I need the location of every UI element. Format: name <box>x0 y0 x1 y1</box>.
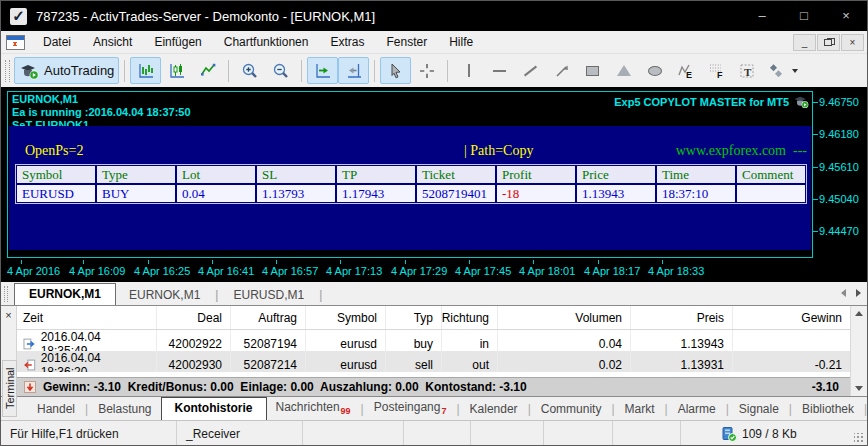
tabbar-grip[interactable] <box>4 286 8 302</box>
history-header-row[interactable]: Zeit Deal Auftrag Symbol Typ Richtung Vo… <box>17 306 850 330</box>
fibonacci-button[interactable]: F <box>701 57 732 84</box>
menu-einfuegen[interactable]: Einfügen <box>143 32 212 52</box>
tab-separator: | <box>317 285 324 305</box>
maximize-button[interactable]: □ <box>783 1 825 31</box>
mdi-close-button[interactable]: × <box>841 34 864 51</box>
tab-markt[interactable]: Markt <box>616 399 664 420</box>
auto-scroll-button[interactable] <box>307 57 338 84</box>
arrow-symbols-button[interactable] <box>763 57 803 84</box>
trendline-button[interactable] <box>515 57 546 84</box>
tab-handel[interactable]: Handel <box>28 399 84 420</box>
tab-bibliothek[interactable]: Bibliothek <box>793 399 863 420</box>
terminal-close-button[interactable]: × <box>5 309 11 321</box>
tab-separator: | <box>213 285 220 305</box>
col-richtung: Richtung <box>442 306 498 329</box>
col-price: Price <box>577 166 655 183</box>
dropdown-caret-icon[interactable] <box>792 69 798 73</box>
bar-chart-button[interactable] <box>130 57 161 84</box>
vertical-line-button[interactable] <box>453 57 484 84</box>
text-tool-button[interactable]: T <box>732 57 763 84</box>
tab-community[interactable]: Community <box>532 399 611 420</box>
scroll-down-icon[interactable] <box>855 386 863 391</box>
price-axis[interactable]: 9.46750 9.46180 9.45610 9.45040 9.44470 <box>819 96 868 237</box>
posteingang-badge: 7 <box>441 406 446 416</box>
tab-signale[interactable]: Signale <box>730 399 788 420</box>
chart-plot[interactable]: EURNOK,M1 Ea is running :2016.04.04 18:3… <box>7 91 813 258</box>
bar-chart-icon <box>137 62 155 80</box>
triangle-button[interactable] <box>608 57 639 84</box>
table-row[interactable]: 2016.04.04 18:35:49 42002922 52087194 eu… <box>17 330 850 351</box>
zoom-out-button[interactable] <box>265 57 296 84</box>
close-button[interactable]: × <box>825 1 867 31</box>
menu-chartfunktionen[interactable]: Chartfunktionen <box>213 32 320 52</box>
tab-nachrichten[interactable]: Nachrichten99 <box>267 397 360 420</box>
pos-ticket: 5208719401 <box>417 185 495 202</box>
tab-kalender[interactable]: Kalender <box>461 399 527 420</box>
tab-kontohistorie[interactable]: Kontohistorie <box>161 397 267 420</box>
col-tp: TP <box>337 166 415 183</box>
rectangle-button[interactable] <box>577 57 608 84</box>
table-row[interactable]: 2016.04.04 18:36:20 42002930 52087214 eu… <box>17 351 850 372</box>
terminal-panel-tab[interactable]: Terminal <box>2 360 17 417</box>
minimize-button[interactable]: – <box>741 1 783 31</box>
crosshair-button[interactable] <box>411 57 442 84</box>
autotrading-button[interactable]: AutoTrading <box>14 57 119 84</box>
menu-datei[interactable]: Datei <box>32 32 82 52</box>
elliott-waves-button[interactable]: E <box>670 57 701 84</box>
status-bar: Für Hilfe,F1 drücken _Receiver 109 / 8 K… <box>1 420 867 446</box>
mdi-minimize-button[interactable]: _ <box>793 34 816 51</box>
auto-scroll-icon <box>314 62 332 80</box>
ea-smiley-icon[interactable] <box>793 94 809 109</box>
horizontal-line-button[interactable] <box>484 57 515 84</box>
vertical-scrollbar[interactable] <box>850 306 867 396</box>
zoom-in-icon <box>241 62 259 80</box>
text-tool-icon: T <box>739 63 756 79</box>
tab-alarme[interactable]: Alarme <box>669 399 725 420</box>
ellipse-button[interactable] <box>639 57 670 84</box>
toolbar-grip[interactable] <box>5 60 10 82</box>
arrow-line-button[interactable] <box>546 57 577 84</box>
copylot-panel: OpenPs=2 | Path=Copy www.expforex.com --… <box>9 126 811 250</box>
zoom-in-button[interactable] <box>234 57 265 84</box>
chart-area[interactable]: EURNOK,M1 Ea is running :2016.04.04 18:3… <box>1 87 867 282</box>
cursor-button[interactable] <box>380 57 411 84</box>
tab-belastung[interactable]: Belastung <box>89 399 160 420</box>
connection-status[interactable]: 109 / 8 Kb <box>681 421 867 446</box>
trendline-icon <box>524 65 537 76</box>
price-tick: 9.46750 <box>819 96 868 108</box>
cursor-icon <box>387 62 405 80</box>
col-sl: SL <box>257 166 335 183</box>
chart-tab-eurnok[interactable]: EURNOK,M1 <box>116 285 213 305</box>
menu-bar: Datei Ansicht Einfügen Chartfunktionen E… <box>1 31 867 53</box>
col-symbol: Symbol <box>306 306 386 329</box>
status-help-text: Für Hilfe,F1 drücken <box>1 421 177 446</box>
terminal-panel: × Zeit Deal Auftrag Symbol Typ Richtung … <box>1 305 867 397</box>
line-chart-button[interactable] <box>192 57 223 84</box>
time-tick: 4 Apr 17:13 <box>326 265 382 277</box>
deal-out-icon <box>23 359 36 371</box>
menu-extras[interactable]: Extras <box>319 32 375 52</box>
chart-tab-bar: EURNOK,M1 EURNOK,M1 | EURUSD,M1 | <box>1 282 867 305</box>
scroll-up-icon[interactable] <box>855 311 863 316</box>
menu-fenster[interactable]: Fenster <box>376 32 439 52</box>
svg-text:E: E <box>686 70 692 79</box>
account-history-table: Zeit Deal Auftrag Symbol Typ Richtung Vo… <box>17 306 850 396</box>
tab-scroll-right-icon[interactable] <box>856 289 861 297</box>
tab-scroll-left-icon[interactable] <box>841 289 846 297</box>
menu-hilfe[interactable]: Hilfe <box>438 32 484 52</box>
tab-posteingang[interactable]: Posteingang7 <box>365 397 456 420</box>
resize-grip[interactable] <box>854 433 864 443</box>
mdi-restore-button[interactable] <box>817 34 840 51</box>
chart-shift-button[interactable] <box>338 57 369 84</box>
chart-tab-eurnok-active[interactable]: EURNOK,M1 <box>14 283 116 305</box>
traffic-counter: 109 / 8 Kb <box>742 427 797 441</box>
menu-ansicht[interactable]: Ansicht <box>82 32 143 52</box>
col-profit: Profit <box>497 166 575 183</box>
status-receiver: _Receiver <box>177 421 303 446</box>
candlestick-chart-button[interactable] <box>161 57 192 84</box>
time-axis[interactable]: 4 Apr 2016 4 Apr 16:09 4 Apr 16:25 4 Apr… <box>1 263 813 279</box>
pos-tp: 1.17943 <box>337 185 415 202</box>
arrow-line-icon <box>553 62 571 80</box>
chart-tab-eurusd[interactable]: EURUSD,M1 <box>220 285 317 305</box>
restore-icon <box>824 38 833 46</box>
